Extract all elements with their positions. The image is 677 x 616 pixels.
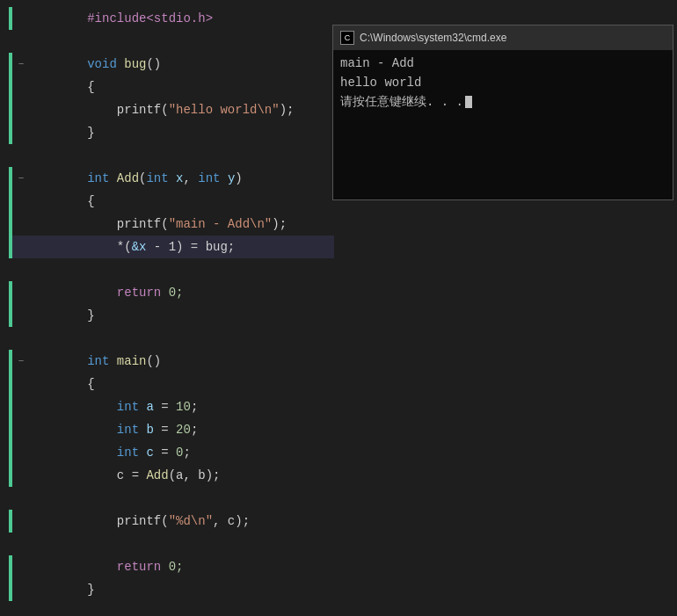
fold-5 [14,105,28,115]
code-line-23: printf("%d\n", c); [9,510,334,533]
fold-20 [14,447,28,458]
gutter-4 [9,76,12,98]
code-line-26: } [9,578,334,601]
call-add-args: (a, b); [169,468,221,482]
brace-close-3: } [87,583,94,597]
gutter-14 [9,304,12,327]
fold-17 [14,379,28,389]
gutter-2 [9,30,12,53]
gutter-5 [9,98,12,121]
fold-19 [14,424,28,435]
gutter-25 [9,555,12,578]
fold-8: − [14,173,28,184]
fold-7 [14,150,28,161]
gutter-17 [9,373,12,395]
fold-18 [14,402,28,412]
gutter-8 [9,167,12,190]
code-content: #include<stdio.h> − void bug() { [0,0,334,608]
fold-1 [14,13,28,24]
fold-14 [14,310,28,321]
gutter-10 [9,213,12,236]
cmd-output-line-1: main - Add [340,54,666,73]
fold-21 [14,470,28,481]
gutter-11 [9,236,12,258]
cmd-output-line-2: hello world [340,73,666,92]
fold-9 [14,196,28,207]
code-line-14: } [9,304,334,327]
fold-25 [14,562,28,572]
param-x-ref: &x [132,240,147,254]
gutter-22 [9,487,12,510]
cmd-icon-letter: C [345,33,351,42]
gutter-6 [9,121,12,144]
gutter-20 [9,441,12,464]
str-pct-d: "%d\n" [169,514,213,528]
cmd-titlebar[interactable]: C C:\Windows\system32\cmd.exe [333,25,673,50]
cmd-text-3: 请按任意键继续. . . [340,92,463,112]
deref-end: - 1) = bug; [146,240,235,254]
printf-3: printf( [87,514,168,528]
gutter-26 [9,578,12,601]
gutter-24 [9,533,12,555]
gutter-7 [9,144,12,167]
gutter-13 [9,281,12,304]
fold-22 [14,493,28,504]
brace-close-2: } [87,308,94,322]
fold-10 [14,219,28,229]
code-line-1: #include<stdio.h> [9,7,334,30]
fold-2 [14,36,28,47]
gutter-15 [9,327,12,350]
code-editor: #include<stdio.h> − void bug() { [0,0,334,616]
fold-11 [14,242,28,252]
fold-23 [14,516,28,526]
gutter-18 [9,395,12,418]
fold-6 [14,127,28,138]
fold-4 [14,82,28,92]
cmd-icon: C [340,31,354,45]
fn-add-call: Add [146,468,168,482]
code-line-6: } [9,121,334,144]
fold-15 [14,333,28,344]
fold-16: − [14,356,28,366]
line-26-content: } [28,569,334,611]
fold-3: − [14,59,28,69]
fold-13 [14,287,28,298]
cmd-cursor [465,96,472,108]
fold-26 [14,584,28,595]
cmd-content-area: main - Add hello world 请按任意键继续. . . [333,50,673,199]
cmd-window[interactable]: C C:\Windows\system32\cmd.exe main - Add… [332,25,673,200]
fold-12 [14,265,28,275]
fold-24 [14,539,28,549]
cmd-title: C:\Windows\system32\cmd.exe [360,32,666,44]
cmd-text-2: hello world [340,73,421,92]
call-add: c = [87,468,146,482]
gutter-23 [9,510,12,533]
gutter-16 [9,350,12,373]
gutter-9 [9,190,12,213]
gutter-1 [9,7,12,30]
gutter-12 [9,258,12,281]
gutter-3 [9,53,12,76]
cmd-text-1: main - Add [340,54,414,73]
cmd-output-line-3: 请按任意键继续. . . [340,92,666,112]
include-directive: #include<stdio.h> [87,11,213,25]
code-line-11: *(&x - 1) = bug; [9,236,334,258]
gutter-21 [9,464,12,487]
gutter-19 [9,418,12,441]
code-line-21: c = Add(a, b); [9,464,334,487]
deref-start: *( [87,240,131,254]
semi-printf-3: , c); [213,514,250,528]
brace-close-1: } [87,126,94,140]
